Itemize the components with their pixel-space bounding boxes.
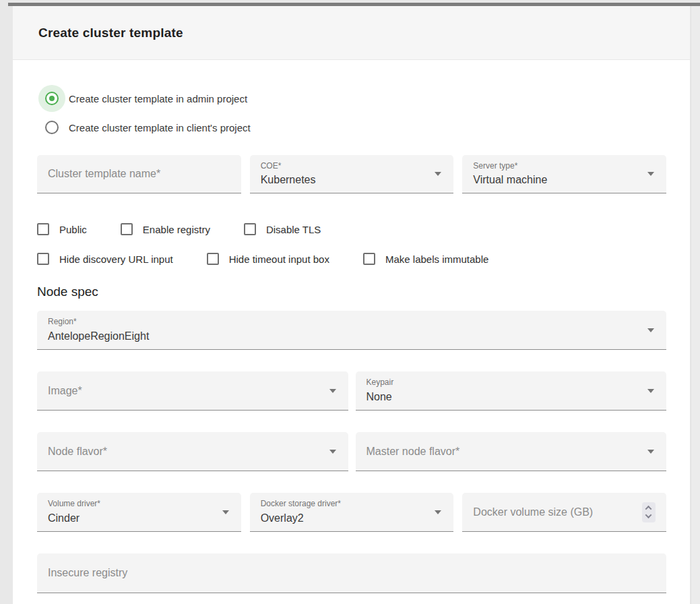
region-label: Region* <box>48 317 77 326</box>
radio-button-icon <box>45 121 59 134</box>
template-basics-row: COE* Kubernetes Server type* Virtual mac… <box>37 155 666 193</box>
checkbox-label: Enable registry <box>143 224 210 235</box>
node-spec-heading: Node spec <box>37 284 666 299</box>
options-checkbox-row-2: Hide discovery URL input Hide timeout in… <box>37 253 666 265</box>
checkbox-label: Make labels immutable <box>385 253 488 265</box>
radio-label: Create cluster template in client's proj… <box>69 122 251 133</box>
region-select[interactable]: Region* AntelopeRegionEight <box>37 311 666 350</box>
checkbox-hide-discovery-url[interactable]: Hide discovery URL input <box>37 253 173 265</box>
checkbox-label: Disable TLS <box>266 224 321 235</box>
checkbox-enable-registry[interactable]: Enable registry <box>121 223 210 235</box>
radio-admin-project[interactable]: Create cluster template in admin project <box>38 85 666 112</box>
insecure-registry-field[interactable] <box>37 553 666 593</box>
checkbox-hide-timeout-input[interactable]: Hide timeout input box <box>207 253 329 265</box>
dialog-body: Create cluster template in admin project… <box>13 85 690 593</box>
docker-storage-driver-value: Overlay2 <box>261 512 304 524</box>
vertical-scrollbar[interactable] <box>691 6 700 604</box>
docker-storage-driver-label: Docker storage driver* <box>261 499 341 508</box>
chevron-down-icon <box>647 328 654 332</box>
checkbox-icon <box>121 223 133 235</box>
checkbox-icon <box>363 253 375 265</box>
coe-label: COE* <box>261 161 282 171</box>
volume-driver-select[interactable]: Volume driver* Cinder <box>37 493 241 532</box>
docker-storage-driver-select[interactable]: Docker storage driver* Overlay2 <box>250 493 454 532</box>
checkbox-disable-tls[interactable]: Disable TLS <box>244 223 321 235</box>
radio-button-icon <box>45 92 59 105</box>
server-type-value: Virtual machine <box>473 174 547 186</box>
radio-halo <box>38 85 65 112</box>
chevron-down-icon <box>647 172 654 176</box>
chevron-down-icon <box>329 450 336 454</box>
keypair-select[interactable]: Keypair None <box>356 371 667 411</box>
checkbox-icon <box>37 253 49 265</box>
master-node-flavor-select[interactable]: Master node flavor* <box>356 432 667 471</box>
cluster-template-name-field[interactable] <box>37 155 241 193</box>
checkbox-public[interactable]: Public <box>37 223 87 235</box>
radio-halo <box>38 114 65 141</box>
chevron-down-icon <box>222 510 229 514</box>
checkbox-label: Hide discovery URL input <box>59 253 173 265</box>
coe-select[interactable]: COE* Kubernetes <box>250 155 454 193</box>
keypair-label: Keypair <box>367 378 394 387</box>
checkbox-icon <box>37 223 49 235</box>
server-type-label: Server type* <box>473 161 517 171</box>
docker-volume-size-input[interactable] <box>462 493 666 531</box>
create-cluster-template-dialog: Create cluster template Create cluster t… <box>13 6 690 604</box>
image-placeholder: Image* <box>48 385 82 397</box>
radio-client-project[interactable]: Create cluster template in client's proj… <box>38 114 666 141</box>
page-title: Create cluster template <box>38 26 183 40</box>
options-checkbox-row-1: Public Enable registry Disable TLS <box>37 223 666 235</box>
checkbox-label: Public <box>59 224 87 235</box>
checkbox-label: Hide timeout input box <box>229 253 329 265</box>
node-flavor-select[interactable]: Node flavor* <box>37 432 348 471</box>
coe-value: Kubernetes <box>261 174 316 186</box>
chevron-down-icon <box>329 389 336 393</box>
stepper-up-icon[interactable] <box>645 506 652 512</box>
volume-driver-label: Volume driver* <box>48 499 100 508</box>
checkbox-make-labels-immutable[interactable]: Make labels immutable <box>363 253 488 265</box>
chevron-down-icon <box>647 450 654 454</box>
chevron-down-icon <box>435 510 441 514</box>
volume-driver-value: Cinder <box>48 512 79 524</box>
number-stepper[interactable] <box>642 502 656 522</box>
chevron-down-icon <box>647 389 654 393</box>
checkbox-icon <box>244 223 256 235</box>
keypair-value: None <box>367 391 392 403</box>
project-scope-radio-group: Create cluster template in admin project… <box>38 85 666 141</box>
chevron-down-icon <box>435 172 441 176</box>
storage-row: Volume driver* Cinder Docker storage dri… <box>37 493 666 532</box>
stepper-down-icon[interactable] <box>645 512 652 518</box>
docker-volume-size-field[interactable] <box>462 493 666 532</box>
flavor-row: Node flavor* Master node flavor* <box>37 432 666 471</box>
radio-label: Create cluster template in admin project <box>69 93 247 104</box>
image-keypair-row: Image* Keypair None <box>37 371 666 411</box>
cluster-template-name-input[interactable] <box>37 155 241 193</box>
checkbox-icon <box>207 253 219 265</box>
insecure-registry-input[interactable] <box>37 553 666 593</box>
node-flavor-placeholder: Node flavor* <box>48 446 107 458</box>
region-value: AntelopeRegionEight <box>48 330 149 342</box>
dialog-header: Create cluster template <box>13 6 690 60</box>
image-select[interactable]: Image* <box>37 371 348 411</box>
server-type-select[interactable]: Server type* Virtual machine <box>462 155 666 193</box>
master-node-flavor-placeholder: Master node flavor* <box>367 446 460 458</box>
